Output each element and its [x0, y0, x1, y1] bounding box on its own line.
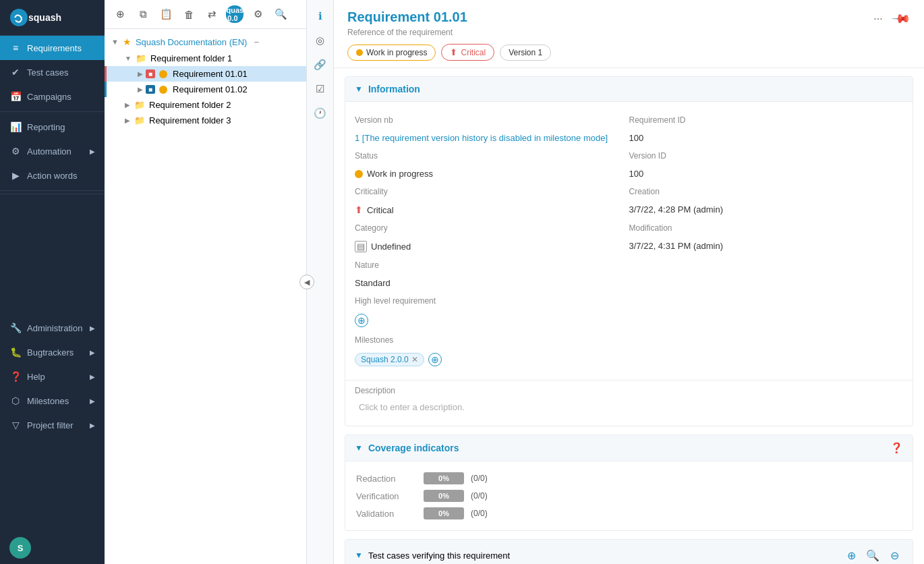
folder-1-label: Requirement folder 1 — [150, 53, 232, 63]
automation-icon: ⚙ — [9, 146, 22, 157]
sidebar-item-label: Requirements — [27, 43, 82, 53]
validation-percent: 0% — [438, 509, 449, 517]
folder-1[interactable]: ▼ 📁 Requirement folder 1 — [105, 51, 306, 66]
settings-button[interactable]: ⚙ — [249, 5, 266, 23]
redaction-row: Redaction 0% (0/0) — [356, 470, 902, 487]
redaction-bar: 0% — [424, 472, 464, 484]
status-badge[interactable]: Work in progress — [347, 45, 436, 61]
content-body: ▼ Information Version nb Requirement ID … — [334, 68, 924, 564]
critical-arrow-icon: ⬆ — [355, 204, 363, 215]
sidebar-item-label: Bugtrackers — [27, 347, 74, 358]
delete-button[interactable]: 🗑 — [180, 5, 198, 23]
information-section-header[interactable]: ▼ Information — [345, 77, 913, 102]
sidebar-item-label: Test cases — [27, 67, 68, 78]
folder-2[interactable]: ▶ 📁 Requirement folder 2 — [105, 97, 306, 113]
req-type-badge: ■ — [146, 85, 155, 94]
target-tab[interactable]: ◎ — [310, 30, 331, 51]
requirement-title: Requirement 01.01 — [347, 9, 869, 25]
verify-tab[interactable]: ☑ — [310, 78, 331, 100]
requirement-01-01[interactable]: ▶ ■ Requirement 01.01 — [105, 66, 306, 82]
status-value-dot — [355, 170, 363, 178]
pin-button[interactable]: 📌 — [888, 5, 915, 32]
administration-icon: 🔧 — [9, 322, 22, 333]
description-placeholder[interactable]: Click to enter a description. — [355, 398, 903, 416]
verification-label: Verification — [356, 491, 417, 501]
version-nb-label: Version nb — [355, 111, 629, 129]
sidebar-item-bugtrackers[interactable]: 🐛 Bugtrackers ▶ — [0, 340, 105, 364]
sidebar-item-campaigns[interactable]: 📅 Campaigns — [0, 84, 105, 109]
project-filter-icon: ▽ — [9, 420, 22, 430]
criticality-icon: ⬆ — [450, 47, 457, 57]
new-item-button[interactable]: ⊕ — [111, 5, 129, 23]
requirement-01-02[interactable]: ▶ ■ Requirement 01.02 — [105, 82, 306, 97]
help-icon[interactable]: ❓ — [890, 442, 903, 454]
sidebar-item-requirements[interactable]: ≡ Requirements — [0, 36, 105, 60]
empty-cell-5 — [629, 331, 904, 349]
search-button[interactable]: 🔍 — [272, 5, 289, 23]
link-tab[interactable]: 🔗 — [310, 54, 331, 76]
chevron-right-icon: ▶ — [90, 422, 95, 429]
add-high-level-button[interactable]: ⊕ — [355, 314, 368, 327]
folder-icon: 📁 — [134, 115, 145, 125]
requirements-icon: ≡ — [9, 43, 22, 53]
sidebar-item-test-cases[interactable]: ✔ Test cases — [0, 60, 105, 84]
add-milestone-button[interactable]: ⊕ — [428, 353, 442, 366]
category-label: Category — [355, 219, 629, 237]
more-options-button[interactable]: ··· — [869, 9, 888, 28]
test-cases-section-header[interactable]: ▼ Test cases verifying this requirement … — [345, 540, 913, 564]
info-tab[interactable]: ℹ — [310, 5, 331, 27]
sidebar-item-action-words[interactable]: ▶ Action words — [0, 163, 105, 188]
description-area: Description Click to enter a description… — [345, 380, 913, 426]
sidebar-item-label: Action words — [27, 171, 77, 181]
folder-3[interactable]: ▶ 📁 Requirement folder 3 — [105, 113, 306, 128]
version-nb-value: 1 [The requirement version history is di… — [355, 129, 629, 147]
main-header: Requirement 01.01 Reference of the requi… — [334, 0, 924, 68]
verification-percent: 0% — [438, 492, 449, 500]
milestone-tag: Squash 2.0.0 ✕ — [355, 353, 424, 366]
req-id-label: Requirement ID — [629, 111, 904, 129]
tree-panel-collapse-button[interactable]: ◀ — [299, 275, 314, 289]
milestone-tag-label: Squash 2.0.0 — [361, 355, 409, 364]
paste-button[interactable]: 📋 — [157, 5, 175, 23]
sidebar-item-project-filter[interactable]: ▽ Project filter ▶ — [0, 413, 105, 437]
sidebar-item-administration[interactable]: 🔧 Administration ▶ — [0, 316, 105, 340]
sidebar-item-label: Campaigns — [27, 92, 71, 102]
coverage-section-header[interactable]: ▼ Coverage indicators ❓ — [345, 435, 913, 461]
redaction-label: Redaction — [356, 474, 417, 484]
copy-button[interactable]: ⧉ — [134, 5, 152, 23]
sidebar-item-milestones[interactable]: ⬡ Milestones ▶ — [0, 389, 105, 413]
folder-2-label: Requirement folder 2 — [149, 100, 231, 110]
user-avatar[interactable]: S — [9, 537, 31, 559]
tc-remove-button[interactable]: ⊖ — [886, 546, 903, 564]
version-badge[interactable]: Version 1 — [500, 45, 551, 61]
history-tab[interactable]: 🕐 — [310, 103, 331, 124]
campaigns-icon: 📅 — [9, 91, 22, 102]
sidebar-item-reporting[interactable]: 📊 Reporting — [0, 115, 105, 139]
transfer-button[interactable]: ⇄ — [203, 5, 221, 23]
milestone-filter-button[interactable]: Squash 2.0.0 — [226, 5, 243, 23]
project-header[interactable]: ▼ ★ Squash Documentation (EN) − — [105, 33, 306, 51]
tc-search-button[interactable]: 🔍 — [864, 546, 882, 564]
milestone-remove-button[interactable]: ✕ — [411, 355, 418, 364]
svg-point-0 — [10, 9, 28, 26]
tree-content: ▼ ★ Squash Documentation (EN) − ▼ 📁 Requ… — [105, 29, 306, 564]
milestones-value: Squash 2.0.0 ✕ ⊕ — [355, 349, 629, 370]
validation-row: Validation 0% (0/0) — [356, 505, 902, 522]
creation-value: 3/7/22, 4:28 PM (admin) — [629, 200, 904, 219]
nature-label: Nature — [355, 256, 629, 274]
chevron-right-icon: ▶ — [90, 148, 95, 155]
category-icon: ▤ — [355, 241, 367, 252]
folder-expand-icon: ▶ — [125, 101, 130, 109]
svg-text:squash: squash — [28, 12, 61, 23]
criticality-badge[interactable]: ⬆ Critical — [441, 44, 494, 61]
sidebar-item-label: Help — [27, 372, 45, 382]
information-section-title: Information — [368, 84, 420, 94]
sidebar-item-automation[interactable]: ⚙ Automation ▶ — [0, 139, 105, 163]
sidebar-item-help[interactable]: ❓ Help ▶ — [0, 364, 105, 389]
folder-icon: 📁 — [136, 53, 146, 63]
section-chevron-icon: ▼ — [355, 551, 363, 560]
sidebar: squash ≡ Requirements ✔ Test cases 📅 Cam… — [0, 0, 105, 564]
chevron-right-icon: ▶ — [90, 349, 95, 356]
project-name[interactable]: Squash Documentation (EN) — [136, 37, 247, 47]
tc-add-button[interactable]: ⊕ — [842, 546, 860, 564]
